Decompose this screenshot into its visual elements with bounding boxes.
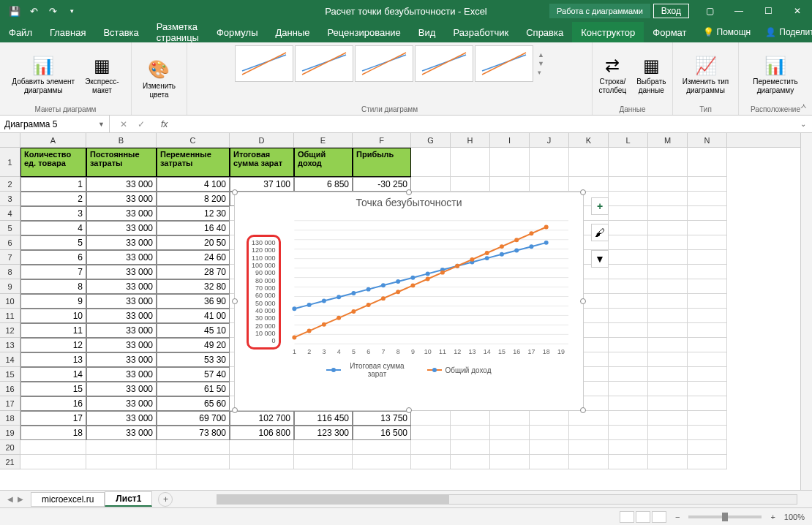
cell[interactable]: Общий доход [294, 148, 353, 177]
gallery-down-icon[interactable]: ▼ [538, 60, 544, 67]
cell[interactable] [230, 440, 294, 455]
chart-style-4[interactable] [415, 45, 473, 82]
cell[interactable] [490, 455, 530, 469]
row-header[interactable]: 12 [0, 323, 20, 338]
cell[interactable] [20, 440, 86, 455]
tab-help[interactable]: Справка [517, 22, 572, 42]
cell[interactable] [451, 148, 490, 177]
cell[interactable]: 14 [20, 367, 86, 382]
column-header[interactable]: C [157, 133, 230, 147]
cell[interactable]: 33 000 [86, 294, 157, 309]
cell[interactable] [688, 221, 727, 235]
chart-handle[interactable] [232, 298, 238, 304]
row-header[interactable]: 10 [0, 294, 20, 309]
cell[interactable] [353, 455, 411, 469]
chart-handle[interactable] [232, 407, 238, 413]
cell[interactable]: 8 200 [157, 192, 230, 206]
cell[interactable] [609, 279, 648, 294]
chart-title[interactable]: Точка безубыточности [235, 192, 583, 213]
cell[interactable] [411, 148, 451, 177]
cell[interactable]: 28 70 [157, 265, 230, 279]
cell[interactable] [411, 426, 451, 440]
column-header[interactable]: G [411, 133, 451, 147]
change-chart-type-button[interactable]: 📈Изменить тип диаграммы [680, 54, 732, 97]
cell[interactable]: 33 000 [86, 411, 157, 426]
row-header[interactable]: 6 [0, 235, 20, 250]
cell[interactable]: 13 [20, 352, 86, 367]
cell[interactable] [609, 206, 648, 221]
chart-plot-area[interactable]: 12345678910111213141516171819 130 000120… [242, 213, 576, 359]
cell[interactable] [609, 426, 648, 440]
column-header[interactable]: N [688, 133, 727, 147]
row-header[interactable]: 17 [0, 396, 20, 411]
cell[interactable] [688, 426, 727, 440]
chart-handle[interactable] [580, 298, 586, 304]
cell[interactable]: 16 500 [353, 426, 411, 440]
namebox-dropdown-icon[interactable]: ▼ [98, 121, 105, 128]
cell[interactable] [648, 294, 688, 309]
cell[interactable] [411, 440, 451, 455]
chart-style-3[interactable] [355, 45, 413, 82]
cell[interactable]: 6 [20, 250, 86, 265]
cell[interactable] [609, 455, 648, 469]
row-header[interactable]: 13 [0, 338, 20, 352]
column-header[interactable]: I [490, 133, 530, 147]
cell[interactable]: 4 100 [157, 177, 230, 192]
cell[interactable] [86, 440, 157, 455]
column-header[interactable]: E [294, 133, 353, 147]
cell[interactable] [648, 148, 688, 177]
cell[interactable] [688, 177, 727, 192]
cell[interactable] [688, 265, 727, 279]
cell[interactable] [648, 279, 688, 294]
cell[interactable]: 9 [20, 294, 86, 309]
cell[interactable]: 33 000 [86, 323, 157, 338]
login-button[interactable]: Вход [653, 4, 689, 18]
cell[interactable]: 17 [20, 411, 86, 426]
cell[interactable] [609, 382, 648, 396]
gallery-up-icon[interactable]: ▲ [538, 51, 544, 58]
expand-formula-icon[interactable]: ⌄ [794, 120, 812, 128]
redo-icon[interactable]: ↷ [45, 4, 60, 18]
cell[interactable]: 33 000 [86, 250, 157, 265]
cell[interactable] [569, 177, 609, 192]
cell[interactable]: 65 60 [157, 396, 230, 411]
row-header[interactable]: 15 [0, 367, 20, 382]
row-header[interactable]: 9 [0, 279, 20, 294]
tab-data[interactable]: Данные [267, 22, 319, 42]
cell[interactable]: 49 20 [157, 338, 230, 352]
view-normal-icon[interactable] [620, 511, 634, 523]
tab-format[interactable]: Формат [644, 22, 695, 42]
cell[interactable] [609, 396, 648, 411]
cell[interactable] [609, 411, 648, 426]
cell[interactable] [530, 426, 569, 440]
cell[interactable]: 33 000 [86, 382, 157, 396]
column-header[interactable]: L [609, 133, 648, 147]
cell[interactable]: 12 [20, 338, 86, 352]
tab-view[interactable]: Вид [410, 22, 445, 42]
cell[interactable] [648, 396, 688, 411]
cell[interactable]: 16 [20, 396, 86, 411]
cell[interactable] [648, 235, 688, 250]
y-axis-highlight[interactable]: 130 000120 000110 000100 00090 00080 000… [247, 235, 281, 350]
cell[interactable] [609, 235, 648, 250]
tab-developer[interactable]: Разработчик [444, 22, 517, 42]
move-chart-button[interactable]: 📊Переместить диаграмму [750, 54, 800, 97]
row-header[interactable]: 18 [0, 411, 20, 426]
cell[interactable]: 33 000 [86, 352, 157, 367]
cell[interactable] [648, 382, 688, 396]
cell[interactable] [688, 294, 727, 309]
cell[interactable]: -30 250 [353, 177, 411, 192]
tab-design[interactable]: Конструктор [572, 22, 644, 42]
cell[interactable] [688, 206, 727, 221]
cell[interactable]: 11 [20, 323, 86, 338]
chart-style-5[interactable] [475, 45, 533, 82]
cell[interactable] [688, 338, 727, 352]
cell[interactable]: 33 000 [86, 192, 157, 206]
cell[interactable] [609, 309, 648, 323]
cell[interactable] [609, 265, 648, 279]
cell[interactable]: 33 000 [86, 309, 157, 323]
cell[interactable] [688, 279, 727, 294]
cell[interactable] [451, 177, 490, 192]
undo-icon[interactable]: ↶ [26, 4, 41, 18]
cell[interactable] [86, 455, 157, 469]
